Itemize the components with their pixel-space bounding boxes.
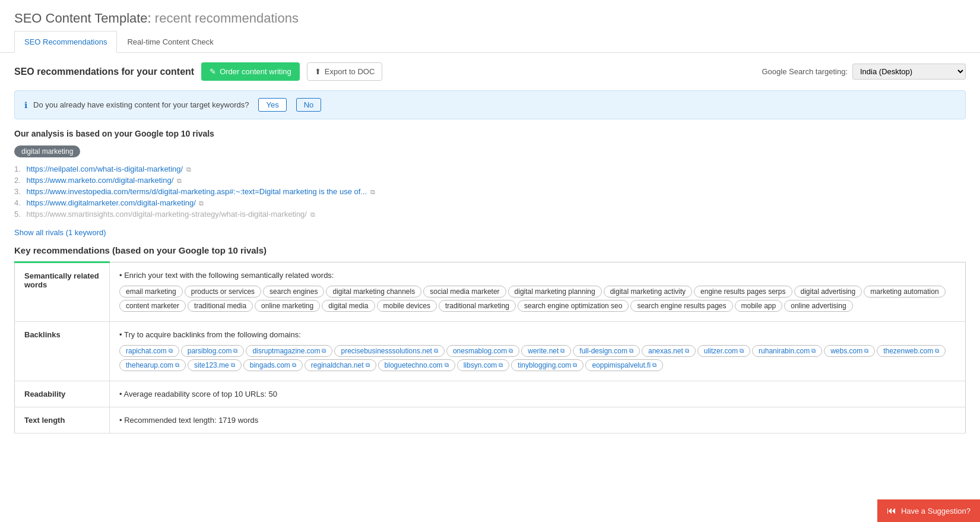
google-targeting: Google Search targeting: India (Desktop)… bbox=[762, 64, 966, 80]
semantic-tag: traditional marketing bbox=[439, 300, 516, 312]
external-link-icon: ⧉ bbox=[685, 347, 689, 355]
semantic-tag: traditional media bbox=[188, 300, 253, 312]
external-link-icon: ⧉ bbox=[652, 362, 656, 369]
tab-realtime-check[interactable]: Real-time Content Check bbox=[117, 31, 223, 53]
tabs-bar: SEO Recommendations Real-time Content Ch… bbox=[0, 31, 980, 53]
external-link-icon: ⧉ bbox=[175, 362, 179, 369]
row-content-readability: • Average readability score of top 10 UR… bbox=[110, 381, 966, 407]
semantically-intro-text: • Enrich your text with the following se… bbox=[119, 271, 334, 280]
semantic-tag: digital marketing planning bbox=[508, 286, 602, 298]
keyword-badge: digital marketing bbox=[14, 145, 80, 157]
external-link-icon: ⧉ bbox=[509, 347, 513, 355]
backlink-tag[interactable]: tinyblogging.com⧉ bbox=[511, 359, 583, 371]
table-row-backlinks: Backlinks • Try to acquire backlinks fro… bbox=[15, 322, 966, 381]
readability-text: • Average readability score of top 10 UR… bbox=[119, 390, 277, 398]
upload-icon: ⬆ bbox=[315, 67, 321, 76]
backlink-tag[interactable]: ulitzer.com⧉ bbox=[697, 345, 750, 357]
backlink-tag[interactable]: onesmablog.com⧉ bbox=[446, 345, 519, 357]
backlink-tag[interactable]: site123.me⧉ bbox=[188, 359, 242, 371]
backlink-tag[interactable]: parsiblog.com⧉ bbox=[181, 345, 245, 357]
table-row-semantically-related: Semantically related words • Enrich your… bbox=[15, 262, 966, 322]
rival-link[interactable]: https://www.investopedia.com/terms/d/dig… bbox=[26, 187, 367, 196]
external-link-icon: ⧉ bbox=[186, 166, 191, 173]
backlink-tag[interactable]: anexas.net⧉ bbox=[642, 345, 696, 357]
backlink-tag[interactable]: webs.com⧉ bbox=[824, 345, 875, 357]
semantic-tag: digital advertising bbox=[794, 286, 862, 298]
semantic-tag: online marketing bbox=[255, 300, 320, 312]
rival-link[interactable]: https://www.digitalmarketer.com/digital-… bbox=[26, 198, 195, 207]
backlink-tag[interactable]: ruhanirabin.com⧉ bbox=[752, 345, 822, 357]
page-title: SEO Content Template: recent recommendat… bbox=[14, 11, 966, 26]
semantically-tags-container: email marketingproducts or servicessearc… bbox=[119, 284, 956, 313]
rival-link-faded[interactable]: https://www.smartinsights.com/digital-ma… bbox=[26, 210, 307, 219]
external-link-icon: ⧉ bbox=[322, 347, 326, 355]
external-link-icon: ⧉ bbox=[445, 362, 449, 369]
backlink-tag[interactable]: rapichat.com⧉ bbox=[119, 345, 179, 357]
recommendations-table: Semantically related words • Enrich your… bbox=[14, 261, 966, 434]
backlink-tag[interactable]: thehearup.com⧉ bbox=[119, 359, 186, 371]
info-banner-text: Do you already have existing content for… bbox=[33, 100, 249, 109]
external-link-icon: ⧉ bbox=[864, 347, 868, 355]
table-row-text-length: Text length • Recommended text length: 1… bbox=[15, 407, 966, 434]
row-content-semantically-related: • Enrich your text with the following se… bbox=[110, 262, 966, 322]
external-link-icon: ⧉ bbox=[434, 347, 438, 355]
backlink-tag[interactable]: werite.net⧉ bbox=[521, 345, 571, 357]
text-length-text: • Recommended text length: 1719 words bbox=[119, 416, 258, 425]
rival-link[interactable]: https://neilpatel.com/what-is-digital-ma… bbox=[26, 164, 183, 173]
external-link-icon: ⧉ bbox=[177, 177, 182, 184]
key-recommendations-title: Key recommendations (based on your Googl… bbox=[14, 245, 966, 255]
order-content-writing-button[interactable]: ✎ Order content writing bbox=[201, 62, 300, 81]
row-content-backlinks: • Try to acquire backlinks from the foll… bbox=[110, 322, 966, 381]
backlink-tag[interactable]: precisebusinesssolutions.net⧉ bbox=[334, 345, 444, 357]
external-link-icon: ⧉ bbox=[231, 362, 235, 369]
backlink-tag[interactable]: thezenweb.com⧉ bbox=[877, 345, 946, 357]
tab-seo-recommendations[interactable]: SEO Recommendations bbox=[14, 31, 117, 53]
row-label-text-length: Text length bbox=[15, 407, 110, 434]
row-label-backlinks: Backlinks bbox=[15, 322, 110, 381]
external-link-icon: ⧉ bbox=[560, 347, 564, 355]
external-link-icon: ⧉ bbox=[935, 347, 939, 355]
semantic-tag: email marketing bbox=[119, 286, 183, 298]
external-link-icon: ⧉ bbox=[740, 347, 744, 355]
semantic-tag: search engines bbox=[263, 286, 324, 298]
export-to-doc-button[interactable]: ⬆ Export to DOC bbox=[307, 62, 383, 81]
table-row-readability: Readability • Average readability score … bbox=[15, 381, 966, 407]
external-link-icon: ⧉ bbox=[169, 347, 173, 355]
rival-item: 4. https://www.digitalmarketer.com/digit… bbox=[14, 197, 966, 208]
external-link-icon: ⧉ bbox=[629, 347, 633, 355]
backlink-tag[interactable]: bloguetechno.com⧉ bbox=[378, 359, 455, 371]
backlinks-tags-container: rapichat.com⧉parsiblog.com⧉disruptmagazi… bbox=[119, 344, 956, 372]
backlink-tag[interactable]: eoppimispalvelut.fi⧉ bbox=[585, 359, 663, 371]
row-content-text-length: • Recommended text length: 1719 words bbox=[110, 407, 966, 434]
rival-item: 1. https://neilpatel.com/what-is-digital… bbox=[14, 163, 966, 175]
rival-link[interactable]: https://www.marketo.com/digital-marketin… bbox=[26, 176, 173, 185]
external-link-icon: ⧉ bbox=[310, 211, 315, 218]
backlink-tag[interactable]: libsyn.com⧉ bbox=[457, 359, 510, 371]
backlink-tag[interactable]: disruptmagazine.com⧉ bbox=[246, 345, 332, 357]
analysis-section: Our analysis is based on your Google top… bbox=[14, 129, 966, 245]
row-label-semantically-related: Semantically related words bbox=[15, 262, 110, 322]
semantic-tag: search engine results pages bbox=[630, 300, 732, 312]
external-link-icon: ⧉ bbox=[199, 200, 204, 207]
backlink-tag[interactable]: reginaldchan.net⧉ bbox=[305, 359, 376, 371]
external-link-icon: ⧉ bbox=[366, 362, 370, 369]
semantic-tag: engine results pages serps bbox=[694, 286, 792, 298]
semantic-tag: online advertising bbox=[784, 300, 852, 312]
no-button[interactable]: No bbox=[296, 98, 322, 112]
row-label-readability: Readability bbox=[15, 381, 110, 407]
section-header: SEO recommendations for your content ✎ O… bbox=[14, 62, 966, 81]
external-link-icon: ⧉ bbox=[370, 188, 375, 195]
backlink-tag[interactable]: bingads.com⧉ bbox=[243, 359, 303, 371]
semantic-tag: social media marketer bbox=[423, 286, 506, 298]
analysis-title: Our analysis is based on your Google top… bbox=[14, 129, 966, 138]
show-all-rivals-link[interactable]: Show all rivals (1 keyword) bbox=[14, 228, 106, 237]
rivals-list: 1. https://neilpatel.com/what-is-digital… bbox=[14, 163, 966, 220]
page-header: SEO Content Template: recent recommendat… bbox=[0, 0, 980, 31]
rival-item: 2. https://www.marketo.com/digital-marke… bbox=[14, 175, 966, 186]
google-targeting-select[interactable]: India (Desktop) United States (Desktop) … bbox=[852, 64, 966, 80]
rival-item: 5. https://www.smartinsights.com/digital… bbox=[14, 208, 966, 220]
yes-button[interactable]: Yes bbox=[258, 98, 286, 112]
backlink-tag[interactable]: full-design.com⧉ bbox=[573, 345, 640, 357]
section-title: SEO recommendations for your content bbox=[14, 67, 194, 77]
external-link-icon: ⧉ bbox=[573, 362, 577, 369]
